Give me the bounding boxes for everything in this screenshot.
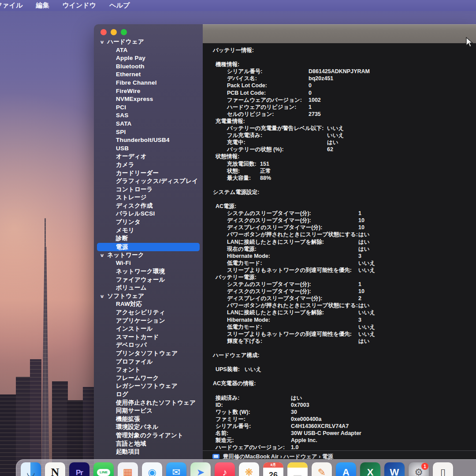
zoom-button[interactable] — [121, 29, 127, 35]
sidebar-item[interactable]: ディスク作成 — [94, 202, 203, 210]
sidebar-item[interactable]: Fibre Channel — [94, 79, 203, 87]
sidebar-item[interactable]: 電源 — [97, 243, 200, 251]
info-label: 輝度を下げる: — [203, 338, 262, 344]
sidebar-item[interactable]: プリンタ — [94, 218, 203, 227]
dock-appstore-icon[interactable]: A — [336, 462, 356, 476]
sidebar-item-label: パラレルSCSI — [116, 210, 155, 217]
sidebar-item[interactable]: レガシーソフトウェア — [94, 382, 203, 390]
sidebar-item[interactable]: コントローラ — [94, 186, 203, 194]
close-button[interactable] — [100, 29, 107, 35]
dock-iphone-mirroring-icon[interactable]: ▯ — [433, 462, 453, 476]
sidebar-item[interactable]: ATA — [94, 46, 203, 55]
dock-calendar-icon[interactable]: 8月26 — [263, 462, 283, 476]
dock-line-icon[interactable]: LINE — [93, 462, 114, 476]
sidebar-item[interactable]: Wi-Fi — [94, 259, 203, 268]
sidebar-item[interactable]: グラフィックス/ディスプレイ — [94, 177, 203, 186]
sidebar-item[interactable]: RAW対応 — [94, 300, 203, 309]
dock-notes-icon[interactable]: — — [287, 462, 308, 476]
sidebar-item[interactable]: 起動項目 — [94, 448, 203, 456]
sidebar-item[interactable]: SPI — [94, 128, 203, 137]
dock-notion-icon[interactable]: N — [45, 462, 65, 476]
system-information-window: ∨ハードウェアATAApple PayBluetoothEthernetFibr… — [94, 24, 476, 476]
sidebar-item[interactable]: Ethernet — [94, 71, 203, 79]
minimize-button[interactable] — [111, 29, 117, 35]
sidebar-item[interactable]: デベロッパ — [94, 341, 203, 350]
sidebar-item[interactable]: アプリケーション — [94, 317, 203, 325]
sidebar-item[interactable]: 言語と地域 — [94, 440, 203, 448]
info-line: 状態情報: — [203, 153, 476, 160]
sidebar-list[interactable]: ∨ハードウェアATAApple PayBluetoothEthernetFibr… — [94, 38, 203, 456]
sidebar-item[interactable]: カードリーダー — [94, 169, 203, 178]
sidebar-item[interactable]: 環境設定パネル — [94, 423, 203, 431]
sidebar-item[interactable]: インストール — [94, 325, 203, 333]
dock-word-icon[interactable]: W — [384, 462, 405, 476]
dock-finder-icon[interactable]: ◡ — [21, 462, 41, 476]
info-value: いいえ — [358, 260, 375, 267]
sidebar-item[interactable]: 同期サービス — [94, 407, 203, 415]
info-value: はい — [291, 394, 302, 402]
sidebar-item[interactable]: 診断 — [94, 234, 203, 243]
sidebar-item-label: カードリーダー — [116, 170, 159, 176]
sidebar-item-label: PCI — [116, 104, 126, 111]
sidebar-item[interactable]: ∨ネットワーク — [94, 251, 203, 260]
menu-item-1[interactable]: 編集 — [36, 1, 49, 10]
sidebar-item[interactable]: ストレージ — [94, 193, 203, 202]
dock-music-icon[interactable]: ♪ — [215, 462, 235, 476]
sidebar-item[interactable]: Bluetooth — [94, 63, 203, 71]
sidebar-item[interactable]: フォント — [94, 366, 203, 374]
dock-pages-icon[interactable]: ✎ — [312, 462, 332, 476]
word-glyph: W — [390, 468, 399, 476]
menu-item-2[interactable]: ウインドウ — [62, 1, 96, 10]
sidebar-item[interactable]: スマートカード — [94, 333, 203, 342]
dock-mail-icon[interactable]: ✉ — [166, 462, 186, 476]
sidebar-item[interactable]: アクセシビリティ — [94, 309, 203, 317]
dock-settings-icon[interactable]: ⚙1 — [409, 462, 429, 476]
sidebar-item[interactable]: 管理対象のクライアント — [94, 431, 203, 440]
sidebar-item[interactable]: フレームワーク — [94, 374, 203, 383]
info-label: 製造元: — [203, 437, 234, 443]
info-line: スリープよりもネットワークの到達可能性を優先:いいえ — [203, 267, 476, 274]
sidebar-item-label: Thunderbolt/USB4 — [116, 137, 170, 143]
content-lines[interactable]: バッテリー情報:機種情報:シリアル番号:D861425ADKNPJYRAMデバイ… — [203, 43, 476, 450]
sidebar-item[interactable]: FireWire — [94, 87, 203, 96]
sidebar-item[interactable]: 使用停止されたソフトウェア — [94, 399, 203, 407]
dock-excel-icon[interactable]: X — [360, 462, 380, 476]
photos-glyph: ❋ — [245, 468, 253, 476]
dock-launchpad-icon[interactable]: ▦ — [118, 462, 138, 476]
sidebar-item[interactable]: 機能拡張 — [94, 415, 203, 424]
info-label: システム電源設定: — [203, 189, 259, 195]
sidebar-item[interactable]: SATA — [94, 120, 203, 128]
sidebar-item[interactable]: プリンタソフトウェア — [94, 350, 203, 358]
sidebar-item[interactable]: USB — [94, 145, 203, 153]
sidebar-item[interactable]: プロファイル — [94, 358, 203, 366]
sidebar-item[interactable]: カメラ — [94, 161, 203, 169]
sidebar-item[interactable]: Thunderbolt/USB4 — [94, 136, 203, 145]
sidebar-item[interactable]: ∨ハードウェア — [94, 38, 203, 46]
sidebar-item-label: ログ — [116, 391, 128, 398]
sidebar-item[interactable]: ファイアウォール — [94, 276, 203, 284]
sidebar-item[interactable]: Apple Pay — [94, 54, 203, 63]
menu-item-3[interactable]: ヘルプ — [109, 1, 130, 10]
sidebar-item[interactable]: NVMExpress — [94, 95, 203, 104]
dock-premiere-icon[interactable]: Pr — [69, 462, 89, 476]
sidebar-item[interactable]: ネットワーク環境 — [94, 268, 203, 276]
dock-photos-icon[interactable]: ❋ — [239, 462, 259, 476]
sidebar-item-label: USB — [116, 145, 129, 152]
menu-item-0[interactable]: ファイル — [0, 1, 22, 10]
calendar-header: 8月 — [263, 462, 283, 468]
sidebar-item[interactable]: ∨ソフトウェア — [94, 292, 203, 301]
sidebar-item[interactable]: SAS — [94, 112, 203, 120]
maps-glyph: ➤ — [197, 468, 205, 476]
info-line: 機種情報: — [203, 61, 476, 68]
sidebar-item[interactable]: PCI — [94, 104, 203, 112]
sidebar-item[interactable]: オーディオ — [94, 152, 203, 161]
sidebar-item[interactable]: ログ — [94, 390, 203, 399]
sidebar-item[interactable]: メモリ — [94, 227, 203, 235]
safari-glyph: ◉ — [148, 468, 156, 476]
sidebar-item-label: 診断 — [116, 235, 128, 242]
sidebar-item-label: メモリ — [116, 227, 134, 234]
dock-maps-icon[interactable]: ➤ — [190, 462, 211, 476]
dock-safari-icon[interactable]: ◉ — [142, 462, 162, 476]
sidebar-item[interactable]: ボリューム — [94, 284, 203, 292]
sidebar-item[interactable]: パラレルSCSI — [94, 210, 203, 218]
